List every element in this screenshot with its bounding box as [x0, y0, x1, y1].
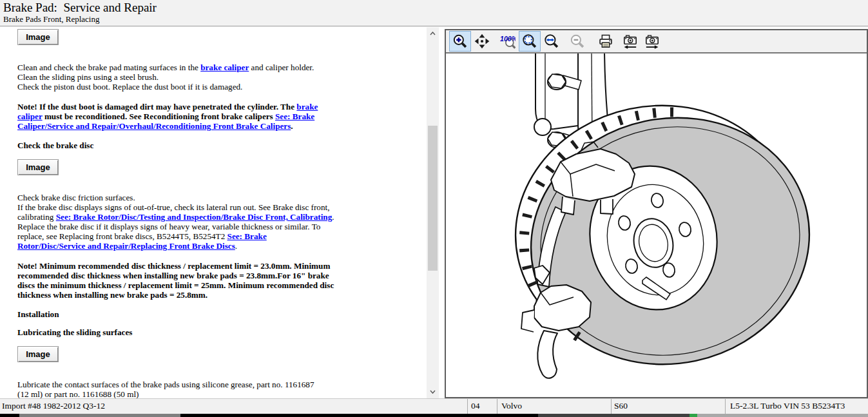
- image-button[interactable]: Image: [17, 29, 59, 45]
- document-content: ImageClean and check the brake pad matin…: [17, 29, 334, 398]
- paragraph: Lubricate the contact surfaces of the br…: [17, 380, 334, 398]
- page-subtitle: Brake Pads Front, Replacing: [3, 14, 868, 24]
- next-image-icon: [644, 33, 660, 50]
- status-engine: L5-2.3L Turbo VIN 53 B5234T3: [730, 401, 845, 411]
- vertical-scrollbar[interactable]: [427, 27, 439, 398]
- brake-disc-illustration: [446, 53, 867, 397]
- status-divider: [611, 399, 612, 414]
- image-button[interactable]: Image: [17, 159, 59, 175]
- paragraph-text: and caliper holder.: [249, 63, 314, 72]
- zoom-fit-icon: [522, 34, 537, 49]
- status-divider: [725, 399, 726, 414]
- reference-link[interactable]: brake caliper: [200, 63, 249, 72]
- reference-link[interactable]: See: Brake Rotor/Disc/Testing and Inspec…: [56, 212, 333, 222]
- image-button[interactable]: Image: [17, 346, 59, 362]
- zoom-fit-button[interactable]: [519, 31, 541, 52]
- pan-button[interactable]: [471, 31, 493, 52]
- paragraph-text: Note! If the dust boot is damaged dirt m…: [17, 102, 296, 112]
- image-viewport[interactable]: [446, 53, 867, 397]
- paragraph-text: Clean the sliding pins using a steel bru…: [17, 72, 159, 82]
- image-pane: 100%: [445, 29, 868, 398]
- print-button[interactable]: [595, 31, 617, 52]
- zoom-100-button[interactable]: 100%: [497, 31, 519, 52]
- window-bottom-edge: [0, 414, 868, 417]
- zoom-out-icon: [570, 34, 585, 49]
- zoom-in-button[interactable]: [449, 31, 471, 52]
- page-title: Brake Pad: Service and Repair: [3, 1, 868, 14]
- section-heading: Installation: [17, 310, 334, 319]
- image-toolbar: 100%: [446, 30, 867, 53]
- section-heading: Lubricating the sliding surfaces: [17, 328, 334, 337]
- paragraph-text: Check brake disc friction surfaces.: [17, 193, 135, 202]
- scrollbar-thumb[interactable]: [428, 126, 438, 271]
- svg-text:100%: 100%: [500, 35, 516, 43]
- previous-image-button[interactable]: [619, 31, 641, 52]
- previous-image-icon: [622, 33, 638, 50]
- next-image-button[interactable]: [641, 31, 663, 52]
- paragraph: Note! Minimum recommended disc thickness…: [17, 261, 334, 300]
- status-model: S60: [614, 401, 628, 411]
- scroll-up-icon[interactable]: [427, 28, 439, 39]
- zoom-width-button[interactable]: [541, 31, 563, 52]
- paragraph: Check brake disc friction surfaces.If th…: [17, 193, 334, 251]
- page-header: Brake Pad: Service and Repair Brake Pads…: [0, 0, 868, 26]
- zoom-width-icon: [544, 34, 559, 49]
- zoom-100-icon: 100%: [500, 34, 516, 49]
- status-group-code: 04: [471, 401, 480, 411]
- scroll-down-icon[interactable]: [427, 387, 439, 397]
- paragraph-text: Check the piston dust boot. Replace the …: [17, 82, 242, 92]
- section-heading: Check the brake disc: [17, 141, 334, 150]
- paragraph-text: (12 ml) or part no. 1161688 (50 ml): [17, 389, 139, 398]
- status-make: Volvo: [501, 401, 522, 411]
- paragraph-text: .: [235, 241, 237, 251]
- status-bar: Import #48 1982-2012 Q3-12 04 Volvo S60 …: [0, 398, 868, 414]
- zoom-out-button[interactable]: [566, 31, 588, 52]
- status-import-info: Import #48 1982-2012 Q3-12: [2, 401, 105, 411]
- paragraph-text: Clean and check the brake pad mating sur…: [17, 63, 200, 72]
- paragraph-text: .: [291, 121, 293, 131]
- paragraph-text: Lubricate the contact surfaces of the br…: [17, 380, 314, 389]
- paragraph-text: Replace the brake disc if it displays si…: [17, 222, 320, 241]
- paragraph-text: .: [332, 212, 334, 222]
- paragraph: Clean and check the brake pad mating sur…: [17, 63, 334, 92]
- zoom-in-icon: [452, 34, 468, 49]
- pan-icon: [474, 34, 490, 49]
- paragraph-text: must be reconditioned. See Reconditionin…: [43, 112, 275, 121]
- document-pane: ImageClean and check the brake pad matin…: [0, 27, 427, 398]
- paragraph: Note! If the dust boot is damaged dirt m…: [17, 102, 334, 131]
- paragraph-text: Note! Minimum recommended disc thickness…: [17, 261, 334, 300]
- print-icon: [598, 34, 613, 49]
- status-divider: [497, 399, 497, 414]
- status-divider: [467, 399, 468, 414]
